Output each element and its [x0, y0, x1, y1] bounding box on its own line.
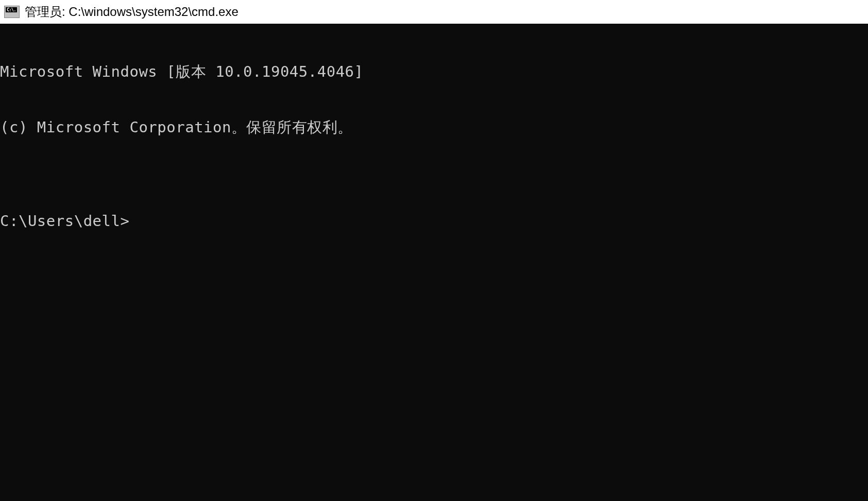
cmd-icon — [4, 6, 20, 18]
prompt-text: C:\Users\dell> — [0, 212, 129, 230]
terminal-output-line: (c) Microsoft Corporation。保留所有权利。 — [0, 118, 868, 136]
command-input[interactable] — [129, 212, 868, 230]
prompt-line: C:\Users\dell> — [0, 212, 868, 230]
title-bar[interactable]: 管理员: C:\windows\system32\cmd.exe — [0, 0, 868, 24]
terminal-area[interactable]: Microsoft Windows [版本 10.0.19045.4046] (… — [0, 24, 868, 501]
window-title: 管理员: C:\windows\system32\cmd.exe — [25, 4, 239, 20]
terminal-output-line: Microsoft Windows [版本 10.0.19045.4046] — [0, 62, 868, 81]
